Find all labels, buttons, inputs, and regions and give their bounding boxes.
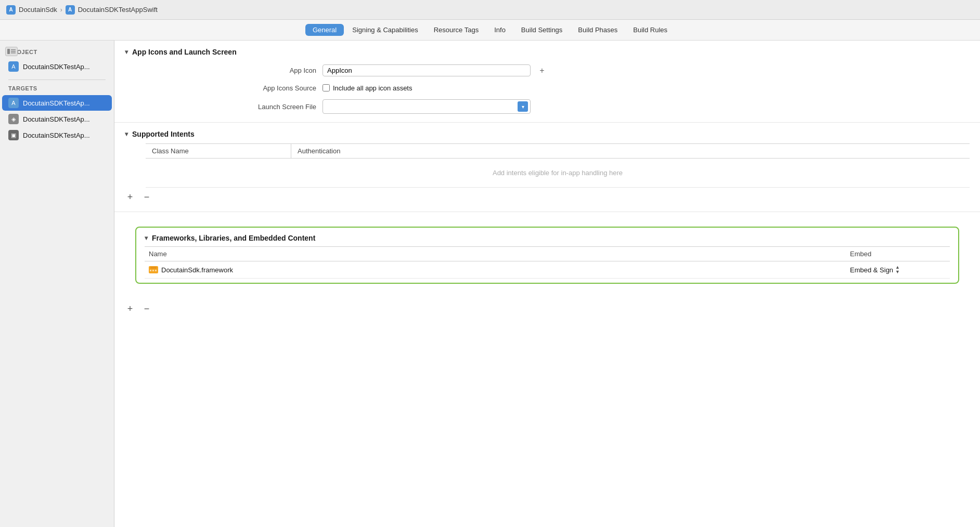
launch-screen-dropdown[interactable]: ▾ <box>323 99 531 114</box>
launch-screen-row: Launch Screen File ▾ <box>114 96 980 117</box>
frameworks-col-embed: Embed <box>846 247 950 261</box>
bottom-add-button[interactable]: + <box>125 304 135 314</box>
framework-name-text: DocutainSdk.framework <box>161 266 233 274</box>
target-icon: A <box>66 5 75 15</box>
intents-empty-row: Add intents eligible for in-app handling… <box>146 159 970 188</box>
svg-rect-0 <box>7 49 10 54</box>
target-1-icon: ◈ <box>8 114 19 124</box>
target-1-label: DocutainSDKTestAp... <box>23 115 90 123</box>
sidebar-toggle-button[interactable] <box>5 47 18 56</box>
svg-rect-5 <box>150 267 157 269</box>
tab-resource-tags[interactable]: Resource Tags <box>427 24 486 36</box>
sidebar: PROJECT A DocutainSDKTestAp... TARGETS A… <box>0 41 114 527</box>
launch-screen-control: ▾ <box>323 99 970 114</box>
framework-icon <box>149 266 158 273</box>
supported-intents-section: ▾ Supported Intents Class Name Authentic… <box>114 123 980 212</box>
bottom-remove-button[interactable]: − <box>141 304 152 314</box>
svg-rect-8 <box>155 270 157 271</box>
intents-col-classname: Class Name <box>146 144 291 158</box>
sidebar-divider <box>8 80 106 80</box>
launch-screen-dropdown-arrow[interactable]: ▾ <box>518 101 528 112</box>
frameworks-col-name: Name <box>145 247 846 261</box>
supported-intents-title: Supported Intents <box>132 130 195 138</box>
project-icon: A <box>6 5 16 15</box>
framework-embed-cell: Embed & Sign ▲ ▼ <box>846 261 950 278</box>
frameworks-chevron[interactable]: ▾ <box>145 234 148 242</box>
intents-table: Class Name Authentication Add intents el… <box>146 143 970 188</box>
frameworks-section-wrapper: ▾ Frameworks, Libraries, and Embedded Co… <box>114 212 980 298</box>
tab-build-phases[interactable]: Build Phases <box>571 24 625 36</box>
intents-add-button[interactable]: + <box>125 192 135 202</box>
svg-rect-1 <box>11 49 16 50</box>
framework-row-0: DocutainSdk.framework Embed & Sign ▲ ▼ <box>145 261 950 279</box>
app-icons-source-label: App Icons Source <box>125 84 323 92</box>
svg-rect-7 <box>152 270 154 271</box>
target-2-icon: ▣ <box>8 130 19 140</box>
framework-embed-stepper[interactable]: ▲ ▼ <box>895 265 900 274</box>
sidebar-item-target-0[interactable]: A DocutainSDKTestAp... <box>2 95 112 111</box>
app-icons-source-control: Include all app icon assets <box>323 84 970 92</box>
sidebar-item-target-1[interactable]: ◈ DocutainSDKTestAp... <box>2 111 112 127</box>
sidebar-item-target-2[interactable]: ▣ DocutainSDKTestAp... <box>2 127 112 143</box>
main-layout: PROJECT A DocutainSDKTestAp... TARGETS A… <box>0 41 980 527</box>
intents-actions: + − <box>114 188 980 206</box>
bottom-actions: + − <box>114 298 980 319</box>
app-icon-control: + <box>323 64 970 76</box>
intents-remove-button[interactable]: − <box>141 192 152 202</box>
app-icons-chevron[interactable]: ▾ <box>125 48 128 56</box>
targets-section-label: TARGETS <box>0 85 114 95</box>
svg-rect-6 <box>150 270 151 271</box>
app-icons-source-checkbox[interactable] <box>323 84 330 91</box>
app-icons-source-checkbox-row: Include all app icon assets <box>323 84 412 92</box>
frameworks-section-header: ▾ Frameworks, Libraries, and Embedded Co… <box>136 228 958 246</box>
tab-build-rules[interactable]: Build Rules <box>626 24 675 36</box>
intents-table-header: Class Name Authentication <box>146 143 970 159</box>
app-icon-add-button[interactable]: + <box>537 65 547 76</box>
frameworks-table: Name Embed <box>145 246 950 279</box>
app-icons-source-row: App Icons Source Include all app icon as… <box>114 80 980 96</box>
target-0-label: DocutainSDKTestAp... <box>23 99 90 107</box>
svg-rect-3 <box>11 52 16 54</box>
tab-bar: General Signing & Capabilities Resource … <box>0 20 980 41</box>
tab-signing-capabilities[interactable]: Signing & Capabilities <box>345 24 425 36</box>
frameworks-section: ▾ Frameworks, Libraries, and Embedded Co… <box>135 227 959 284</box>
content-area: ▾ App Icons and Launch Screen App Icon +… <box>114 41 980 527</box>
framework-embed-text: Embed & Sign <box>850 266 893 274</box>
project-name: DocutainSdk <box>19 6 57 14</box>
frameworks-table-header: Name Embed <box>145 246 950 261</box>
sidebar-item-project[interactable]: A DocutainSDKTestAp... <box>2 59 112 74</box>
app-icons-section-header: ▾ App Icons and Launch Screen <box>114 41 980 61</box>
tab-build-settings[interactable]: Build Settings <box>514 24 570 36</box>
project-item-icon: A <box>8 61 19 72</box>
titlebar: A DocutainSdk › A DocutainSDKTestAppSwif… <box>0 0 980 20</box>
tab-info[interactable]: Info <box>487 24 513 36</box>
frameworks-title: Frameworks, Libraries, and Embedded Cont… <box>152 234 315 242</box>
app-icon-row: App Icon + <box>114 61 980 80</box>
project-item-label: DocutainSDKTestAp... <box>23 63 90 71</box>
target-name: DocutainSDKTestAppSwift <box>78 6 158 14</box>
tab-general[interactable]: General <box>305 24 344 36</box>
app-icon-label: App Icon <box>125 67 323 74</box>
supported-intents-chevron[interactable]: ▾ <box>125 130 128 138</box>
target-0-icon: A <box>8 98 19 108</box>
breadcrumb-separator: › <box>60 6 62 14</box>
app-icons-source-text: Include all app icon assets <box>333 84 412 92</box>
target-2-label: DocutainSDKTestAp... <box>23 131 90 139</box>
launch-screen-label: Launch Screen File <box>125 103 323 111</box>
supported-intents-header: ▾ Supported Intents <box>114 123 980 143</box>
app-icons-title: App Icons and Launch Screen <box>132 48 237 56</box>
app-icons-section: ▾ App Icons and Launch Screen App Icon +… <box>114 41 980 123</box>
svg-rect-2 <box>11 51 16 52</box>
framework-name-cell: DocutainSdk.framework <box>145 262 846 278</box>
intents-col-auth: Authentication <box>291 144 970 158</box>
app-icon-input[interactable] <box>323 64 531 76</box>
